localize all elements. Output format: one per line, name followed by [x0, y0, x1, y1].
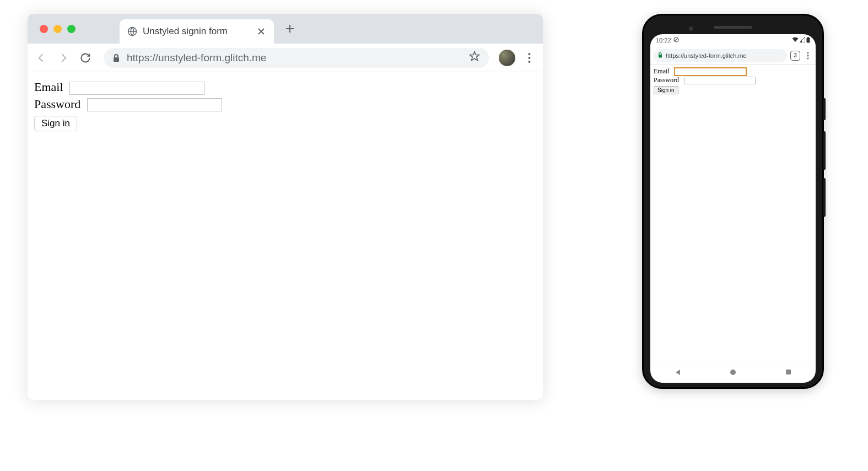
browser-window-desktop: Unstyled signin form https://unstyled-fo… [28, 14, 543, 400]
window-controls [40, 25, 76, 33]
mobile-address-bar[interactable]: https://unstyled-form.glitch.me [654, 49, 787, 62]
svg-rect-15 [807, 38, 810, 42]
lock-icon [112, 53, 120, 62]
page-content: Email Password Sign in [28, 72, 543, 139]
phone-volume-up [823, 131, 826, 170]
forward-button[interactable] [55, 50, 72, 66]
globe-icon [127, 26, 137, 36]
svg-marker-6 [470, 52, 479, 61]
minimize-window-button[interactable] [53, 25, 62, 33]
mobile-menu-button[interactable] [804, 52, 812, 60]
password-input[interactable] [87, 98, 222, 111]
wifi-icon [792, 37, 799, 44]
battery-icon [806, 37, 810, 44]
svg-line-11 [675, 39, 677, 41]
android-nav-bar [650, 361, 816, 383]
profile-avatar[interactable] [499, 50, 515, 66]
address-bar[interactable]: https://unstyled-form.glitch.me [104, 48, 489, 68]
close-tab-button[interactable] [256, 26, 266, 36]
browser-tab[interactable]: Unstyled signin form [120, 19, 274, 44]
email-input[interactable] [69, 82, 204, 95]
mobile-toolbar: https://unstyled-form.glitch.me 3 [650, 46, 816, 65]
browser-menu-button[interactable] [521, 50, 537, 66]
android-home-button[interactable] [729, 368, 737, 376]
android-overview-button[interactable] [784, 368, 792, 376]
mobile-email-label: Email [654, 67, 670, 75]
speaker-icon [714, 26, 752, 29]
password-label: Password [34, 97, 80, 111]
svg-point-8 [528, 57, 530, 59]
mobile-email-row: Email [654, 67, 812, 76]
mobile-password-label: Password [654, 76, 679, 84]
camera-icon [689, 26, 693, 31]
svg-rect-5 [114, 57, 119, 62]
mobile-password-input[interactable] [684, 77, 756, 84]
svg-point-19 [807, 57, 809, 59]
svg-marker-20 [676, 370, 680, 375]
signin-button[interactable]: Sign in [34, 116, 77, 131]
mobile-email-input[interactable] [675, 68, 746, 76]
email-label: Email [34, 80, 63, 94]
do-not-disturb-icon [673, 37, 679, 44]
svg-point-18 [807, 55, 809, 56]
status-bar: 10:22 [650, 34, 816, 46]
svg-point-9 [528, 61, 530, 63]
phone-screen: 10:22 htt [650, 34, 816, 383]
back-button[interactable] [33, 50, 50, 66]
email-row: Email [34, 80, 536, 95]
maximize-window-button[interactable] [67, 25, 76, 33]
toolbar: https://unstyled-form.glitch.me [28, 44, 543, 72]
mobile-password-row: Password [654, 76, 812, 84]
svg-point-17 [807, 52, 809, 53]
svg-rect-16 [659, 55, 662, 58]
mobile-url-text: https://unstyled-form.glitch.me [666, 52, 747, 59]
phone-volume-down [823, 178, 826, 217]
svg-point-21 [730, 370, 736, 375]
tab-title: Unstyled signin form [143, 26, 251, 37]
lock-icon [658, 52, 662, 59]
phone-power-button [823, 98, 826, 120]
new-tab-button[interactable] [282, 20, 298, 37]
url-text: https://unstyled-form.glitch.me [127, 52, 462, 64]
status-time: 10:22 [656, 37, 671, 44]
svg-rect-22 [786, 370, 791, 374]
android-back-button[interactable] [674, 368, 682, 376]
phone-frame: 10:22 htt [642, 14, 824, 389]
password-row: Password [34, 97, 536, 112]
mobile-signin-button[interactable]: Sign in [654, 86, 678, 94]
close-window-button[interactable] [40, 25, 48, 33]
signal-icon [800, 37, 805, 44]
reload-button[interactable] [77, 50, 94, 66]
tab-strip: Unstyled signin form [28, 14, 543, 44]
svg-point-7 [528, 53, 530, 55]
phone-notch [650, 22, 816, 32]
mobile-page-content: Email Password Sign in [650, 65, 816, 361]
bookmark-star-icon[interactable] [469, 51, 480, 65]
mobile-tabs-button[interactable]: 3 [790, 51, 800, 61]
svg-rect-14 [807, 37, 809, 38]
